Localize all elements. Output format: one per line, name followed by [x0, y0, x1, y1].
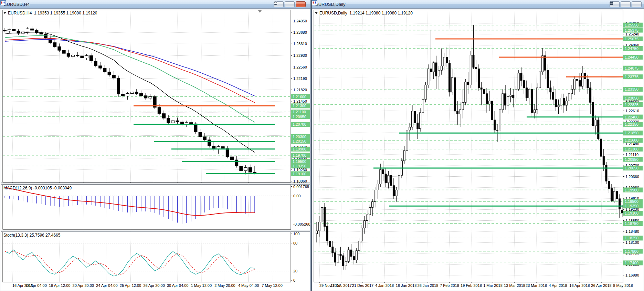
mt4-workspace: { "colors":{ "bull":"#ffffff","bear":"#0…	[0, 0, 644, 291]
svg-text:1.20950: 1.20950	[293, 115, 306, 119]
svg-text:1.24450: 1.24450	[625, 55, 638, 59]
svg-text:1.25240: 1.25240	[625, 32, 639, 36]
svg-text:16 Jan 2018: 16 Jan 2018	[396, 283, 417, 288]
svg-text:1.18100: 1.18100	[625, 240, 639, 245]
svg-text:18 Apr 04:00: 18 Apr 04:00	[25, 283, 46, 288]
svg-text:1.20360: 1.20360	[625, 175, 639, 179]
chart-dropdown-icon[interactable]	[315, 12, 318, 14]
svg-text:13 Mar 2018: 13 Mar 2018	[504, 283, 525, 288]
svg-text:0.001768: 0.001768	[293, 185, 309, 189]
svg-text:1.25075: 1.25075	[625, 37, 638, 41]
svg-text:1.24750: 1.24750	[625, 46, 638, 51]
h4-chart-canvas[interactable]: 1.240501.236801.233101.229301.225601.221…	[1, 9, 310, 291]
svg-text:1.19700: 1.19700	[293, 153, 306, 157]
daily-chart-content: 1.256101.252401.248601.244901.241101.237…	[312, 9, 643, 291]
restore-button[interactable]	[285, 1, 295, 7]
svg-text:1.21600: 1.21600	[625, 138, 638, 142]
svg-text:1.19900: 1.19900	[625, 188, 638, 192]
svg-text:25 Apr 12:00: 25 Apr 12:00	[120, 283, 141, 288]
svg-text:1.21300: 1.21300	[625, 147, 638, 151]
chart-window-eurusd-daily: EURUSD,Daily 1.256101.252401.248601.2449…	[312, 0, 644, 291]
svg-text:1.20950: 1.20950	[625, 157, 638, 162]
svg-text:1.21820: 1.21820	[293, 88, 307, 92]
svg-text:1.19500: 1.19500	[293, 159, 306, 164]
macd-indicator-label: MACD(12,26,9) -0.003105 -0.003049	[3, 186, 72, 190]
svg-text:21 Dec 2017: 21 Dec 2017	[352, 283, 373, 288]
restore-button[interactable]	[621, 1, 631, 7]
svg-text:0: 0	[293, 278, 295, 282]
svg-text:16 Apr 2018: 16 Apr 2018	[569, 283, 590, 288]
svg-text:26 Apr 20:00: 26 Apr 20:00	[143, 283, 165, 288]
svg-text:1.21100: 1.21100	[293, 110, 306, 114]
svg-text:20 Apr 20:00: 20 Apr 20:00	[73, 283, 94, 288]
svg-text:1.20150: 1.20150	[293, 139, 306, 143]
svg-text:26 Apr 2018: 26 Apr 2018	[591, 283, 611, 288]
svg-text:1.19900: 1.19900	[293, 147, 306, 151]
svg-text:4 Apr 2018: 4 Apr 2018	[549, 283, 567, 288]
svg-text:1.25550: 1.25550	[625, 23, 638, 27]
svg-text:24 Apr 04:00: 24 Apr 04:00	[96, 283, 117, 288]
svg-text:1.18250: 1.18250	[625, 236, 638, 240]
svg-text:1.22400: 1.22400	[625, 115, 638, 119]
svg-text:-0.005268: -0.005268	[293, 222, 310, 226]
svg-text:1.20650: 1.20650	[625, 166, 638, 170]
svg-text:1.19100: 1.19100	[293, 172, 306, 176]
svg-text:1.19500: 1.19500	[625, 199, 638, 204]
svg-text:80: 80	[293, 241, 297, 245]
svg-text:26 Jan 2018: 26 Jan 2018	[418, 283, 439, 288]
svg-text:1.19350: 1.19350	[625, 204, 638, 208]
svg-text:7 Feb 2018: 7 Feb 2018	[440, 283, 459, 288]
h4-chart-legend: EURUSD,H4 1.19353 1.19355 1.19080 1.1912…	[3, 11, 97, 15]
svg-text:11 Dec 2017: 11 Dec 2017	[330, 283, 352, 288]
svg-text:1.22930: 1.22930	[293, 53, 307, 58]
svg-text:1.23350: 1.23350	[625, 87, 638, 91]
svg-text:1.23775: 1.23775	[625, 75, 638, 79]
svg-text:1.18750: 1.18750	[625, 221, 638, 226]
svg-text:1.21110: 1.21110	[625, 153, 638, 157]
svg-text:1.21600: 1.21600	[293, 95, 306, 99]
svg-text:1.22610: 1.22610	[625, 109, 639, 113]
chart-dropdown-icon[interactable]	[3, 12, 6, 14]
svg-text:1.20300: 1.20300	[293, 135, 306, 139]
svg-text:1.21450: 1.21450	[293, 99, 307, 103]
svg-text:2 May 20:00: 2 May 20:00	[214, 283, 235, 288]
svg-text:1.19350: 1.19350	[293, 164, 306, 168]
svg-text:19 Apr 12:00: 19 Apr 12:00	[49, 283, 70, 288]
svg-text:1 May 12:00: 1 May 12:00	[191, 283, 212, 288]
close-button[interactable]	[296, 1, 306, 7]
chart-window-eurusd-h4: EURUSD,H4 1.240501.236801.233101.229301.…	[0, 0, 311, 291]
svg-text:7 May 12:00: 7 May 12:00	[262, 283, 283, 288]
svg-text:4 May 04:00: 4 May 04:00	[238, 283, 259, 288]
pane-separator[interactable]	[1, 183, 310, 185]
h4-titlebar[interactable]: EURUSD,H4	[0, 0, 310, 9]
window-title: EURUSD,Daily	[315, 2, 345, 7]
svg-text:30 Apr 04:00: 30 Apr 04:00	[167, 283, 188, 288]
svg-text:1.18480: 1.18480	[625, 229, 639, 233]
svg-text:1.21850: 1.21850	[625, 131, 638, 135]
stoch-indicator-label: Stoch(13,3,3) 25.7596 27.4665	[3, 233, 60, 238]
svg-text:1.23310: 1.23310	[293, 42, 307, 46]
svg-text:8 May 2018: 8 May 2018	[613, 283, 633, 288]
daily-titlebar[interactable]: EURUSD,Daily	[312, 0, 644, 9]
svg-text:1.22190: 1.22190	[293, 76, 307, 81]
svg-text:1.17400: 1.17400	[625, 261, 638, 265]
svg-text:1.17800: 1.17800	[625, 249, 638, 253]
svg-text:1.16980: 1.16980	[625, 273, 639, 277]
svg-text:4 Jan 2018: 4 Jan 2018	[375, 283, 394, 288]
pane-separator[interactable]	[1, 230, 310, 232]
svg-text:20: 20	[293, 269, 297, 273]
svg-text:19 Feb 2018: 19 Feb 2018	[461, 283, 482, 288]
svg-text:23 Mar 2018: 23 Mar 2018	[526, 283, 547, 288]
daily-chart-canvas[interactable]: 1.256101.252401.248601.244901.241101.237…	[312, 9, 643, 291]
svg-text:1.23680: 1.23680	[293, 30, 307, 34]
svg-text:1.24050: 1.24050	[293, 19, 307, 23]
svg-text:1.19100: 1.19100	[625, 211, 638, 215]
svg-text:1.25375: 1.25375	[625, 28, 638, 32]
window-title: EURUSD,H4	[4, 2, 30, 7]
svg-text:1.22825: 1.22825	[625, 103, 638, 107]
h4-chart-content: 1.240501.236801.233101.229301.225601.221…	[1, 9, 310, 291]
svg-text:1.23050: 1.23050	[625, 96, 638, 100]
svg-text:1.22150: 1.22150	[625, 122, 638, 126]
close-button[interactable]	[632, 1, 642, 7]
svg-text:1.21300: 1.21300	[293, 104, 306, 108]
